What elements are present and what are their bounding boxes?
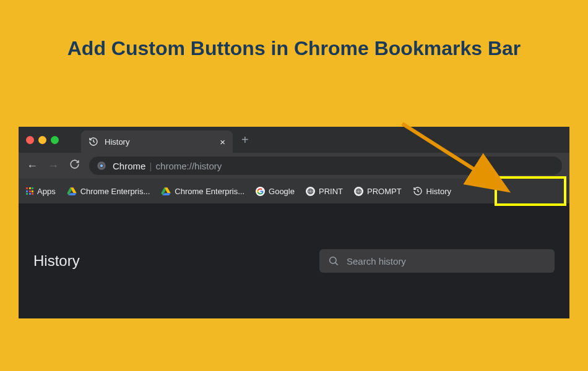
search-icon bbox=[328, 255, 339, 267]
globe-icon bbox=[306, 187, 315, 196]
forward-button[interactable]: → bbox=[47, 160, 59, 173]
bookmarks-bar: Apps Chrome Enterpris... Chrome Enterpri… bbox=[19, 179, 569, 203]
tab-bar: History × + bbox=[19, 127, 569, 153]
new-tab-button[interactable]: + bbox=[241, 133, 249, 147]
tab-title: History bbox=[105, 137, 214, 147]
svg-point-2 bbox=[100, 164, 103, 168]
bookmark-label: History bbox=[426, 187, 451, 196]
history-icon bbox=[89, 137, 98, 147]
history-icon bbox=[413, 186, 423, 196]
globe-icon bbox=[354, 187, 363, 196]
bookmark-label: Apps bbox=[37, 187, 56, 196]
chrome-icon bbox=[97, 161, 106, 171]
back-button[interactable]: ← bbox=[26, 160, 38, 173]
bookmark-history[interactable]: History bbox=[413, 186, 451, 196]
highlight-annotation bbox=[495, 176, 566, 206]
chrome-browser-window: History × + ← → Chrome | chrome://histor… bbox=[19, 127, 569, 318]
close-window-button[interactable] bbox=[26, 136, 34, 144]
history-search-input[interactable]: Search history bbox=[319, 249, 555, 273]
address-scheme-label: Chrome | chrome://history bbox=[113, 161, 222, 171]
bookmark-label: PRINT bbox=[319, 187, 343, 196]
search-placeholder: Search history bbox=[347, 256, 406, 267]
bookmark-label: PROMPT bbox=[367, 187, 402, 196]
bookmark-chrome-enterprise-2[interactable]: Chrome Enterpris... bbox=[161, 187, 244, 196]
bookmark-label: Google bbox=[269, 187, 295, 196]
bookmark-print[interactable]: PRINT bbox=[306, 187, 343, 196]
svg-point-9 bbox=[307, 188, 313, 194]
svg-point-10 bbox=[355, 188, 361, 194]
content-heading: History bbox=[33, 234, 80, 288]
bookmark-google[interactable]: Google bbox=[256, 187, 295, 196]
browser-tab[interactable]: History × bbox=[81, 130, 233, 153]
bookmark-label: Chrome Enterpris... bbox=[80, 187, 150, 196]
svg-line-12 bbox=[335, 263, 338, 265]
address-bar[interactable]: Chrome | chrome://history bbox=[89, 156, 562, 175]
history-page-content: History Search history bbox=[19, 203, 569, 318]
close-tab-button[interactable]: × bbox=[220, 137, 225, 147]
reload-button[interactable] bbox=[68, 159, 80, 173]
bookmark-apps[interactable]: Apps bbox=[26, 187, 56, 196]
bookmark-chrome-enterprise-1[interactable]: Chrome Enterpris... bbox=[67, 187, 150, 196]
apps-grid-icon bbox=[26, 187, 33, 195]
drive-icon bbox=[161, 187, 171, 195]
svg-point-11 bbox=[330, 257, 337, 264]
page-title: Add Custom Buttons in Chrome Bookmarks B… bbox=[0, 0, 588, 60]
drive-icon bbox=[67, 187, 77, 195]
window-controls bbox=[26, 136, 59, 144]
maximize-window-button[interactable] bbox=[51, 136, 59, 144]
svg-marker-5 bbox=[69, 193, 77, 195]
bookmark-prompt[interactable]: PROMPT bbox=[354, 187, 402, 196]
minimize-window-button[interactable] bbox=[38, 136, 46, 144]
svg-marker-8 bbox=[163, 193, 171, 195]
browser-toolbar: ← → Chrome | chrome://history bbox=[19, 153, 569, 179]
google-g-icon bbox=[256, 187, 265, 196]
bookmark-label: Chrome Enterpris... bbox=[175, 187, 244, 196]
